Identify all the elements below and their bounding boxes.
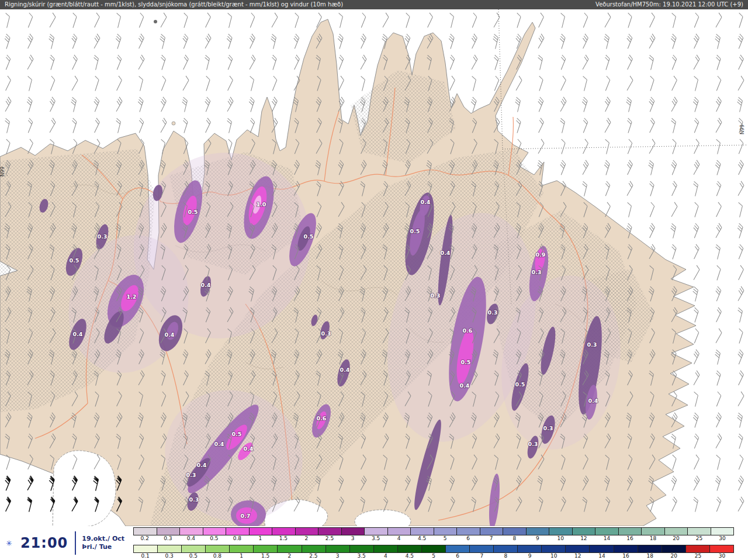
legend-color-cell (296, 528, 319, 535)
legend-value-label: 3.5 (349, 553, 373, 559)
legend-color-cell (203, 528, 227, 535)
legend-value-label: 10 (542, 553, 566, 559)
legend-color-cell (566, 545, 590, 552)
legend-value-label: 14 (590, 553, 614, 559)
legend-color-cell (206, 545, 230, 552)
legend-value-label: 3.5 (364, 535, 387, 542)
legend-color-cell (411, 528, 434, 535)
precip-value-label: 0.3 (488, 309, 498, 316)
legend-value-label: 9 (526, 535, 549, 542)
legend-color-cell (686, 545, 710, 552)
legend-color-cell (134, 545, 158, 552)
legend-color-cell (446, 545, 470, 552)
legend-color-cell (422, 545, 446, 552)
forecast-time: 21:00 (20, 535, 68, 551)
forecast-weekday: Þri./ Tue (82, 543, 124, 551)
legend-color-cell (226, 528, 250, 535)
legend-value-label: 20 (664, 535, 688, 542)
legend-color-cell (549, 528, 573, 535)
precip-value-label: 0.9 (536, 251, 546, 258)
precip-value-label: 0.6 (463, 327, 473, 334)
precip-value-label: 0.5 (188, 209, 198, 215)
snow-scale-legend: 0.20.30.40.50.811.522.533.544.5567891012… (133, 527, 734, 542)
legend-value-label: 7 (480, 535, 503, 542)
time-marker-icon: ✳ (6, 539, 12, 548)
iceland-weather-map: 0.51.00.50.30.51.20.40.40.40.40.50.40.30… (0, 9, 748, 526)
legend-color-cell (527, 528, 550, 535)
legend-value-label: 7 (470, 553, 494, 559)
legend-color-cell (710, 545, 733, 552)
legend-color-cell (326, 545, 350, 552)
legend-color-cell (157, 528, 181, 535)
legend-value-label: 2 (295, 535, 318, 542)
legend-color-cell (254, 545, 278, 552)
precip-value-label: 0.3 (189, 496, 199, 503)
legend-value-label: 30 (710, 553, 734, 559)
precip-value-label: 0.4 (73, 331, 83, 337)
legend-value-label: 1.5 (254, 553, 278, 559)
precip-value-label: 0.3 (528, 441, 538, 447)
legend-value-label: 2.5 (302, 553, 325, 559)
legend-value-label: 4 (387, 535, 411, 542)
legend-color-cell (619, 528, 642, 535)
legend-color-cell (182, 545, 206, 552)
legend-value-label: 16 (618, 535, 642, 542)
legend-scales: 0.20.30.40.50.811.522.533.544.5567891012… (131, 526, 748, 560)
legend-value-label: 30 (711, 535, 734, 542)
legend-color-cell (518, 545, 542, 552)
legend-value-label: 12 (572, 535, 595, 542)
precip-value-label: 0.4 (165, 331, 175, 338)
legend-color-cell (302, 545, 326, 552)
legend-value-label: 0.2 (133, 535, 157, 542)
precip-value-label: 0.3 (543, 425, 553, 431)
model-run-text: Veðurstofan/HM750m: 19.10.2021 12:00 UTC… (595, 0, 743, 9)
precip-value-label: 0.4 (201, 282, 211, 288)
forecast-date: 19.okt./ Oct (82, 535, 124, 543)
legend-color-cell (457, 528, 480, 535)
legend-color-cell (278, 545, 302, 552)
time-date-divider (75, 531, 76, 555)
legend-value-label: 0.4 (179, 535, 203, 542)
legend-color-cell (642, 528, 665, 535)
legend-color-cell (374, 545, 398, 552)
map-area: 0.51.00.50.30.51.20.40.40.40.40.50.40.30… (0, 9, 748, 526)
legend-value-label: 25 (688, 535, 711, 542)
legend-value-label: 5 (434, 535, 457, 542)
layers-description-text: Rigning/skúrir (grænt/blátt/rautt - mm/1… (5, 0, 343, 9)
time-panel: ✳ 21:00 19.okt./ Oct Þri./ Tue (0, 526, 131, 560)
legend-color-cell (542, 545, 566, 552)
precip-value-label: 0.5 (461, 359, 471, 365)
legend-color-cell (134, 528, 157, 535)
legend-value-label: 0.3 (157, 553, 181, 559)
legend-value-label: 25 (686, 553, 710, 559)
legend-value-label: 0.3 (157, 535, 180, 542)
legend-value-label: 20 (662, 553, 686, 559)
legend-value-label: 16 (614, 553, 638, 559)
legend-color-cell (638, 545, 662, 552)
legend-color-cell (250, 528, 273, 535)
legend-value-label: 18 (638, 553, 662, 559)
legend-color-cell (494, 545, 518, 552)
graticule-label-right: N99 (739, 125, 745, 134)
legend-color-cell (230, 545, 254, 552)
legend-color-cell (573, 528, 596, 535)
legend-value-label: 4.5 (410, 535, 434, 542)
graticule-label-left: N99 (0, 167, 5, 177)
precip-value-label: 0.3 (587, 341, 597, 348)
precip-value-label: 0.7 (241, 513, 251, 519)
legend-value-label: 8 (494, 553, 518, 559)
legend-value-label: 6 (456, 535, 480, 542)
precip-value-label: 0.4 (460, 382, 470, 389)
legend-value-label: 2.5 (318, 535, 341, 542)
legend-color-cell (318, 528, 342, 535)
legend-value-label: 2 (278, 553, 302, 559)
legend-color-cell (662, 545, 686, 552)
legend-value-label: 0.5 (203, 535, 226, 542)
legend-color-cell (180, 528, 203, 535)
precip-value-label: 0.4 (441, 250, 451, 256)
precip-value-label: 0.5 (70, 257, 79, 264)
legend-color-cell (503, 528, 527, 535)
legend-value-label: 0.1 (133, 553, 157, 559)
top-bar: Rigning/skúrir (grænt/blátt/rautt - mm/1… (0, 0, 748, 9)
legend-value-label: 12 (566, 553, 590, 559)
